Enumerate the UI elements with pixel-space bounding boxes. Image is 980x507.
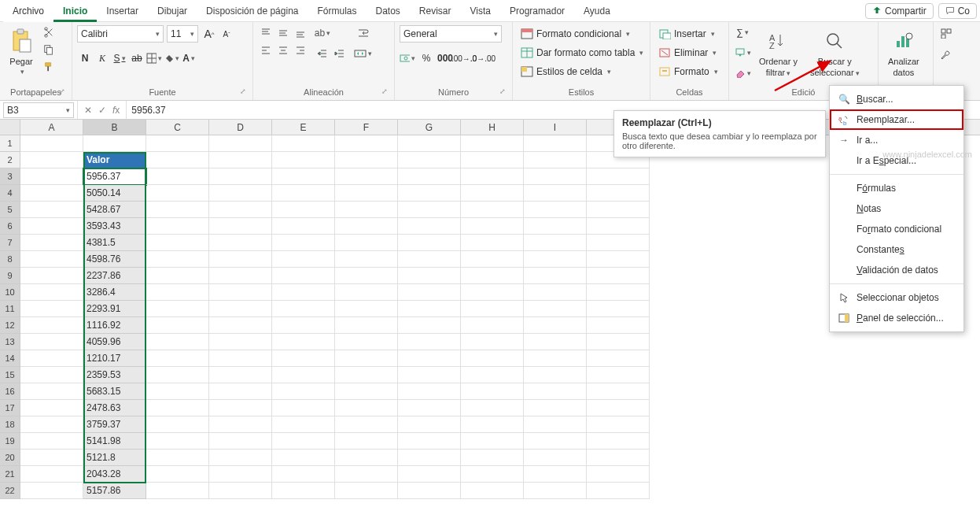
col-header-B[interactable]: B — [83, 120, 146, 135]
cell-J14[interactable] — [587, 350, 650, 367]
cell-D1[interactable] — [209, 135, 272, 152]
autosum-button[interactable]: ∑▾ — [734, 25, 751, 39]
cell-C15[interactable] — [146, 367, 209, 383]
cell-B19[interactable]: 5141.98 — [83, 433, 146, 450]
cell-B2[interactable]: Valor — [83, 152, 146, 168]
cell-G22[interactable] — [398, 483, 461, 499]
cell-I11[interactable] — [524, 301, 587, 317]
number-launcher[interactable]: ⤢ — [499, 85, 506, 98]
cell-G16[interactable] — [398, 383, 461, 400]
cell-D15[interactable] — [209, 367, 272, 383]
cell-H13[interactable] — [461, 334, 524, 350]
cell-I7[interactable] — [524, 235, 587, 251]
cell-B20[interactable]: 5121.8 — [83, 450, 146, 466]
align-right-button[interactable] — [293, 43, 308, 58]
cell-G21[interactable] — [398, 466, 461, 483]
cell-C17[interactable] — [146, 400, 209, 416]
cell-C9[interactable] — [146, 268, 209, 284]
cell-I20[interactable] — [524, 450, 587, 466]
cell-A9[interactable] — [20, 268, 83, 284]
cell-J16[interactable] — [587, 383, 650, 400]
cell-B12[interactable]: 1116.92 — [83, 317, 146, 334]
cell-I8[interactable] — [524, 251, 587, 268]
col-header-G[interactable]: G — [398, 120, 461, 135]
cell-G6[interactable] — [398, 218, 461, 235]
col-header-F[interactable]: F — [335, 120, 398, 135]
align-center-button[interactable] — [275, 43, 291, 58]
cell-G10[interactable] — [398, 284, 461, 301]
cell-G2[interactable] — [398, 152, 461, 168]
cell-E8[interactable] — [272, 251, 335, 268]
cell-A12[interactable] — [20, 317, 83, 334]
decrease-decimal-button[interactable]: .0→.00 — [475, 50, 491, 66]
cell-D17[interactable] — [209, 400, 272, 416]
tab-insert[interactable]: Insertar — [97, 0, 148, 22]
find-select-button[interactable]: Buscar y seleccionar▾ — [805, 25, 864, 79]
cell-C3[interactable] — [146, 168, 209, 185]
cell-D12[interactable] — [209, 317, 272, 334]
menu-search[interactable]: 🔍Buscar... — [830, 89, 963, 109]
tab-layout[interactable]: Disposición de página — [197, 0, 308, 22]
format-painter-button[interactable] — [41, 60, 57, 74]
cell-A17[interactable] — [20, 400, 83, 416]
cell-B17[interactable]: 2478.63 — [83, 400, 146, 416]
font-color-button[interactable]: A▾ — [181, 50, 197, 66]
cell-F12[interactable] — [335, 317, 398, 334]
cell-J13[interactable] — [587, 334, 650, 350]
align-top-button[interactable] — [258, 25, 274, 41]
align-middle-button[interactable] — [275, 25, 291, 41]
cell-E11[interactable] — [272, 301, 335, 317]
cell-E5[interactable] — [272, 202, 335, 218]
cell-I21[interactable] — [524, 466, 587, 483]
row-header-1[interactable]: 1 — [0, 135, 20, 152]
cell-G20[interactable] — [398, 450, 461, 466]
cell-H17[interactable] — [461, 400, 524, 416]
row-header-21[interactable]: 21 — [0, 466, 20, 483]
cell-F11[interactable] — [335, 301, 398, 317]
cell-B15[interactable]: 2359.53 — [83, 367, 146, 383]
menu-formulas[interactable]: Fórmulas — [830, 178, 963, 198]
cell-C12[interactable] — [146, 317, 209, 334]
cell-I12[interactable] — [524, 317, 587, 334]
cell-I9[interactable] — [524, 268, 587, 284]
fill-color-button[interactable]: ▾ — [164, 50, 179, 66]
cell-G13[interactable] — [398, 334, 461, 350]
shrink-font-button[interactable]: Aˇ — [219, 26, 234, 42]
cell-E15[interactable] — [272, 367, 335, 383]
cell-C14[interactable] — [146, 350, 209, 367]
row-header-20[interactable]: 20 — [0, 450, 20, 466]
cell-I15[interactable] — [524, 367, 587, 383]
cell-G4[interactable] — [398, 185, 461, 202]
cell-A11[interactable] — [20, 301, 83, 317]
cell-H14[interactable] — [461, 350, 524, 367]
cell-H4[interactable] — [461, 185, 524, 202]
tools-button[interactable] — [938, 47, 954, 63]
cell-C2[interactable] — [146, 152, 209, 168]
cell-A5[interactable] — [20, 202, 83, 218]
cell-J21[interactable] — [587, 466, 650, 483]
row-header-6[interactable]: 6 — [0, 218, 20, 235]
cell-I3[interactable] — [524, 168, 587, 185]
menu-notes[interactable]: Notas — [830, 198, 963, 219]
cell-H9[interactable] — [461, 268, 524, 284]
col-header-C[interactable]: C — [146, 120, 209, 135]
cell-E4[interactable] — [272, 185, 335, 202]
menu-replace[interactable]: abReemplazar... — [830, 109, 963, 130]
strike-button[interactable]: ab — [129, 50, 145, 66]
cell-C7[interactable] — [146, 235, 209, 251]
cell-A6[interactable] — [20, 218, 83, 235]
cell-F7[interactable] — [335, 235, 398, 251]
cell-J10[interactable] — [587, 284, 650, 301]
paste-button[interactable]: Pegar ▾ — [5, 25, 38, 77]
cell-H12[interactable] — [461, 317, 524, 334]
percent-button[interactable]: % — [418, 50, 434, 66]
copy-button[interactable] — [41, 43, 57, 57]
cell-E9[interactable] — [272, 268, 335, 284]
cell-F8[interactable] — [335, 251, 398, 268]
row-header-12[interactable]: 12 — [0, 317, 20, 334]
cell-E10[interactable] — [272, 284, 335, 301]
cell-A8[interactable] — [20, 251, 83, 268]
cell-E19[interactable] — [272, 433, 335, 450]
enter-formula-button[interactable]: ✓ — [98, 105, 106, 116]
cell-E20[interactable] — [272, 450, 335, 466]
